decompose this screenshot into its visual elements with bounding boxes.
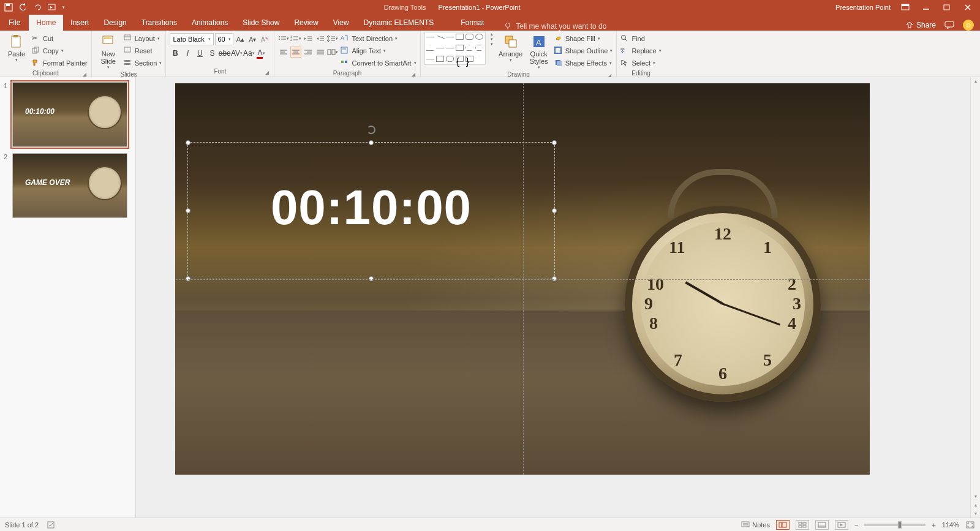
notes-button[interactable]: Notes bbox=[741, 521, 770, 529]
convert-smartart-button[interactable]: Convert to SmartArt▾ bbox=[341, 58, 416, 69]
next-slide-icon[interactable]: ▾ bbox=[971, 511, 980, 516]
qat-customize-icon[interactable]: ▾ bbox=[62, 5, 65, 10]
font-color-button[interactable]: A▾ bbox=[255, 48, 266, 59]
shapes-scroll-up-icon[interactable]: ▴ bbox=[491, 32, 493, 37]
format-painter-button[interactable]: Format Painter bbox=[32, 58, 88, 69]
reset-button[interactable]: Reset bbox=[124, 45, 162, 56]
share-button[interactable]: Share bbox=[905, 21, 936, 29]
select-button[interactable]: Select▾ bbox=[620, 58, 661, 69]
textbox-selection[interactable]: 00:10:00 bbox=[187, 142, 555, 279]
close-button[interactable] bbox=[962, 2, 974, 12]
slide-sorter-view-button[interactable] bbox=[796, 520, 809, 530]
slide-thumbnails-panel[interactable]: 1 00:10:00 2 GAME OVER bbox=[0, 77, 136, 518]
spellcheck-icon[interactable] bbox=[47, 521, 57, 529]
tell-me-search[interactable]: Tell me what you want to do bbox=[503, 22, 606, 31]
shadow-button[interactable]: S bbox=[206, 48, 217, 59]
tab-dynamic-elements[interactable]: Dynamic ELEMENTS bbox=[356, 15, 442, 31]
cut-button[interactable]: ✂Cut bbox=[32, 33, 88, 44]
redo-icon[interactable] bbox=[33, 2, 43, 12]
slideshow-view-button[interactable] bbox=[835, 520, 848, 530]
maximize-button[interactable] bbox=[941, 2, 953, 12]
shapes-gallery[interactable]: {} bbox=[424, 32, 486, 65]
tab-slideshow[interactable]: Slide Show bbox=[235, 15, 287, 31]
tab-transitions[interactable]: Transitions bbox=[134, 15, 184, 31]
text-direction-button[interactable]: AText Direction▾ bbox=[341, 33, 416, 44]
font-launcher-icon[interactable]: ◢ bbox=[265, 70, 269, 75]
numbering-button[interactable]: 12▾ bbox=[290, 33, 301, 44]
tab-format[interactable]: Format bbox=[453, 15, 491, 31]
vertical-scrollbar[interactable]: ▴ ▾ ▴ ▾ bbox=[970, 77, 980, 518]
zoom-slider[interactable] bbox=[864, 524, 925, 526]
slide-thumbnail-1[interactable]: 00:10:00 bbox=[12, 82, 127, 147]
minimize-button[interactable] bbox=[920, 2, 932, 12]
resize-handle[interactable] bbox=[552, 140, 557, 145]
rotate-handle-icon[interactable] bbox=[367, 126, 375, 134]
shape-effects-button[interactable]: Shape Effects▾ bbox=[554, 58, 613, 69]
tab-view[interactable]: View bbox=[326, 15, 356, 31]
font-name-combo[interactable]: Lato Black▾ bbox=[170, 33, 214, 45]
resize-handle[interactable] bbox=[369, 140, 374, 145]
find-button[interactable]: Find bbox=[620, 33, 661, 44]
reading-view-button[interactable] bbox=[815, 520, 829, 530]
bullets-button[interactable]: ▾ bbox=[278, 33, 289, 44]
normal-view-button[interactable] bbox=[776, 520, 790, 530]
resize-handle[interactable] bbox=[369, 276, 374, 281]
undo-icon[interactable] bbox=[18, 2, 28, 12]
align-right-button[interactable] bbox=[303, 47, 314, 58]
tab-file[interactable]: File bbox=[0, 15, 29, 31]
section-button[interactable]: Section▾ bbox=[124, 58, 162, 69]
arrange-button[interactable]: Arrange▾ bbox=[498, 32, 524, 62]
tab-design[interactable]: Design bbox=[96, 15, 134, 31]
comments-icon[interactable] bbox=[944, 21, 954, 29]
zoom-level[interactable]: 114% bbox=[942, 521, 959, 529]
decrease-font-icon[interactable]: A▾ bbox=[247, 34, 258, 45]
font-size-combo[interactable]: 60▾ bbox=[215, 33, 233, 45]
italic-button[interactable]: I bbox=[182, 48, 193, 59]
paragraph-launcher-icon[interactable]: ◢ bbox=[412, 72, 415, 77]
columns-button[interactable]: ▾ bbox=[327, 47, 338, 58]
account-icon[interactable]: ☺ bbox=[963, 20, 974, 31]
previous-slide-icon[interactable]: ▴ bbox=[971, 502, 980, 508]
ribbon-display-options-icon[interactable] bbox=[899, 2, 911, 12]
shape-fill-button[interactable]: Shape Fill▾ bbox=[554, 33, 613, 44]
fit-to-window-button[interactable] bbox=[965, 521, 975, 529]
resize-handle[interactable] bbox=[186, 276, 190, 281]
bold-button[interactable]: B bbox=[170, 48, 181, 59]
resize-handle[interactable] bbox=[552, 276, 557, 281]
start-from-beginning-icon[interactable] bbox=[48, 2, 58, 12]
paste-button[interactable]: Paste ▾ bbox=[4, 32, 29, 62]
timer-text[interactable]: 00:10:00 bbox=[188, 179, 554, 236]
layout-button[interactable]: Layout▾ bbox=[124, 33, 162, 44]
shapes-scroll-down-icon[interactable]: ▾ bbox=[491, 37, 493, 42]
strikethrough-button[interactable]: abc bbox=[219, 48, 230, 59]
align-text-button[interactable]: Align Text▾ bbox=[341, 45, 416, 56]
tab-review[interactable]: Review bbox=[287, 15, 325, 31]
underline-button[interactable]: U bbox=[194, 48, 205, 59]
replace-button[interactable]: abReplace▾ bbox=[620, 45, 661, 56]
quick-styles-button[interactable]: A Quick Styles▾ bbox=[526, 32, 552, 70]
copy-button[interactable]: Copy▾ bbox=[32, 45, 88, 56]
zoom-out-button[interactable]: − bbox=[854, 521, 858, 529]
new-slide-button[interactable]: New Slide ▾ bbox=[96, 32, 121, 70]
line-spacing-button[interactable]: ▾ bbox=[327, 33, 338, 44]
clipboard-launcher-icon[interactable]: ◢ bbox=[83, 72, 86, 77]
increase-font-icon[interactable]: A▴ bbox=[235, 34, 246, 45]
zoom-in-button[interactable]: + bbox=[932, 521, 935, 529]
resize-handle[interactable] bbox=[186, 140, 190, 145]
slide-thumbnail-2[interactable]: GAME OVER bbox=[12, 153, 127, 218]
slide-canvas-area[interactable]: 12 1 2 3 4 5 6 7 8 9 10 11 bbox=[136, 77, 980, 518]
align-left-button[interactable] bbox=[278, 47, 289, 58]
tab-animations[interactable]: Animations bbox=[184, 15, 235, 31]
change-case-button[interactable]: Aa▾ bbox=[243, 48, 254, 59]
shapes-more-icon[interactable]: ▾ bbox=[491, 42, 493, 47]
tab-home[interactable]: Home bbox=[29, 15, 63, 31]
decrease-indent-button[interactable] bbox=[303, 33, 314, 44]
align-center-button[interactable] bbox=[290, 47, 301, 58]
shape-outline-button[interactable]: Shape Outline▾ bbox=[554, 45, 613, 56]
increase-indent-button[interactable] bbox=[315, 33, 326, 44]
slide[interactable]: 12 1 2 3 4 5 6 7 8 9 10 11 bbox=[175, 83, 870, 475]
clear-formatting-icon[interactable]: A bbox=[259, 34, 270, 45]
tab-insert[interactable]: Insert bbox=[63, 15, 96, 31]
save-icon[interactable] bbox=[4, 2, 13, 12]
character-spacing-button[interactable]: AV▾ bbox=[231, 48, 242, 59]
